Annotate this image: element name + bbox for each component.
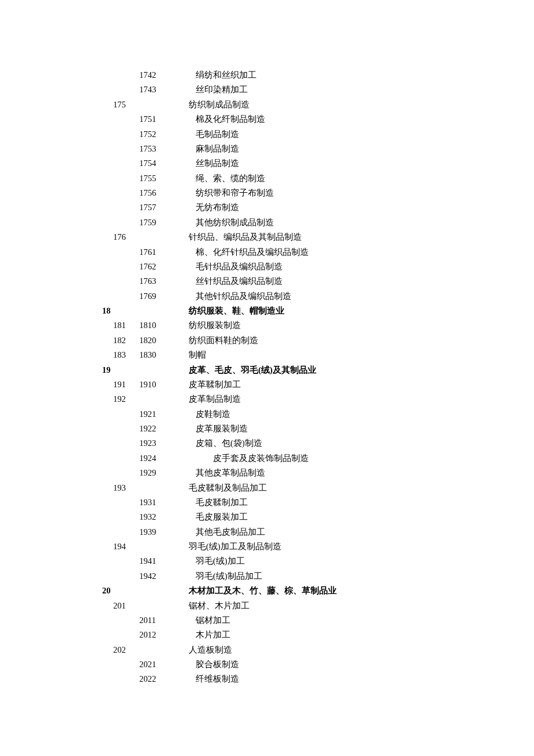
table-row: 1752毛制品制造 [0, 127, 534, 142]
code-level3: 2021 [139, 657, 166, 672]
table-row: 1939其他毛皮制品加工 [0, 525, 534, 539]
category-name: 皮革鞣制加工 [166, 377, 534, 392]
code-level1 [0, 142, 113, 156]
code-level1 [0, 466, 113, 480]
category-name: 毛皮鞣制及制品加工 [166, 481, 534, 495]
code-level1 [0, 68, 113, 82]
code-level1 [0, 318, 113, 333]
code-level1 [0, 82, 113, 97]
category-name: 无纺布制造 [166, 200, 534, 215]
table-row: 2022纤维板制造 [0, 672, 534, 686]
code-level3: 1755 [139, 171, 166, 186]
category-name: 羽毛(绒)制品加工 [166, 569, 534, 584]
code-level3: 1924 [139, 451, 166, 466]
code-level2: 175 [113, 98, 139, 112]
code-level3: 1756 [139, 186, 166, 200]
code-level2: 183 [113, 348, 139, 362]
table-row: 19皮革、毛皮、羽毛(绒)及其制品业 [0, 363, 534, 377]
code-level2: 193 [113, 481, 139, 495]
code-level2 [113, 274, 139, 289]
code-level1 [0, 289, 113, 304]
code-level2: 191 [113, 377, 139, 392]
category-name: 毛制品制造 [166, 127, 534, 142]
code-level2 [113, 672, 139, 686]
code-level3 [139, 304, 166, 318]
code-level3: 1752 [139, 127, 166, 142]
code-level3: 1762 [139, 260, 166, 274]
code-level2 [113, 112, 139, 127]
code-level3: 1939 [139, 525, 166, 539]
code-level3: 1929 [139, 466, 166, 480]
code-level1 [0, 481, 113, 495]
category-name: 胶合板制造 [166, 657, 534, 672]
category-name: 皮革制品制造 [166, 392, 534, 406]
table-row: 18纺织服装、鞋、帽制造业 [0, 304, 534, 318]
code-level3: 1753 [139, 142, 166, 156]
category-name: 纤维板制造 [166, 672, 534, 686]
classification-table: 1742绢纺和丝织加工1743丝印染精加工175纺织制成品制造1751棉及化纤制… [0, 68, 534, 687]
table-row: 20木材加工及木、竹、藤、棕、草制品业 [0, 584, 534, 598]
code-level3 [139, 584, 166, 598]
code-level1 [0, 186, 113, 200]
category-name: 制帽 [166, 348, 534, 362]
code-level2 [113, 525, 139, 539]
code-level2 [113, 127, 139, 142]
category-name: 毛皮鞣制加工 [166, 495, 534, 510]
code-level1 [0, 260, 113, 274]
category-name: 木片加工 [166, 628, 534, 642]
code-level3 [139, 230, 166, 244]
category-name: 纺织制成品制造 [166, 98, 534, 112]
code-level2 [113, 495, 139, 510]
code-level3: 1921 [139, 407, 166, 422]
code-level2 [113, 186, 139, 200]
table-row: 1821820纺织面料鞋的制造 [0, 333, 534, 348]
table-row: 1762毛针织品及编织品制造 [0, 260, 534, 274]
code-level2: 202 [113, 643, 139, 657]
code-level1 [0, 510, 113, 524]
category-name: 纺织带和帘子布制造 [166, 186, 534, 200]
table-row: 1763丝针织品及编织品制造 [0, 274, 534, 289]
category-name: 丝针织品及编织品制造 [166, 274, 534, 289]
category-name: 其他纺织制成品制造 [166, 215, 534, 230]
code-level3: 1754 [139, 156, 166, 171]
category-name: 丝制品制造 [166, 156, 534, 171]
code-level3 [139, 363, 166, 377]
table-row: 201锯材、木片加工 [0, 599, 534, 613]
code-level1 [0, 628, 113, 642]
code-level3: 2011 [139, 613, 166, 628]
code-level1 [0, 215, 113, 230]
table-row: 1754丝制品制造 [0, 156, 534, 171]
table-row: 1811810纺织服装制造 [0, 318, 534, 333]
code-level3: 1761 [139, 245, 166, 260]
code-level1 [0, 98, 113, 112]
code-level3: 1941 [139, 554, 166, 568]
table-row: 202人造板制造 [0, 643, 534, 657]
table-row: 1831830制帽 [0, 348, 534, 362]
code-level2: 182 [113, 333, 139, 348]
code-level3 [139, 599, 166, 613]
table-row: 175纺织制成品制造 [0, 98, 534, 112]
category-name: 棉、化纤针织品及编织品制造 [166, 245, 534, 260]
code-level3: 1742 [139, 68, 166, 82]
table-row: 1761棉、化纤针织品及编织品制造 [0, 245, 534, 260]
category-name: 木材加工及木、竹、藤、棕、草制品业 [166, 584, 534, 598]
table-row: 1922皮革服装制造 [0, 422, 534, 436]
table-row: 192皮革制品制造 [0, 392, 534, 406]
code-level2: 194 [113, 539, 139, 554]
code-level2 [113, 628, 139, 642]
category-name: 其他针织品及编织品制造 [166, 289, 534, 304]
code-level2 [113, 436, 139, 451]
code-level1 [0, 436, 113, 451]
code-level3: 1910 [139, 377, 166, 392]
document-page: 1742绢纺和丝织加工1743丝印染精加工175纺织制成品制造1751棉及化纤制… [0, 0, 534, 756]
code-level2 [113, 451, 139, 466]
category-name: 皮革、毛皮、羽毛(绒)及其制品业 [166, 363, 534, 377]
table-row: 1743丝印染精加工 [0, 82, 534, 97]
code-level2: 176 [113, 230, 139, 244]
code-level2 [113, 82, 139, 97]
code-level1 [0, 539, 113, 554]
code-level3: 1820 [139, 333, 166, 348]
code-level3: 1931 [139, 495, 166, 510]
code-level1 [0, 171, 113, 186]
category-name: 皮鞋制造 [166, 407, 534, 422]
